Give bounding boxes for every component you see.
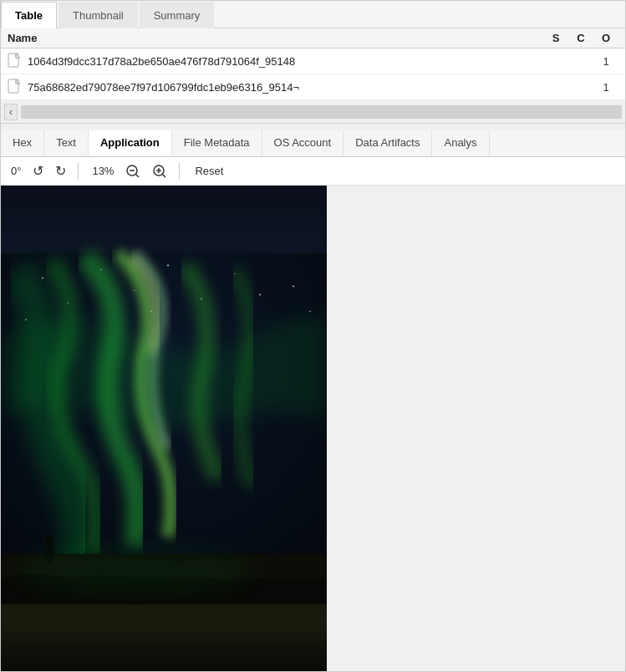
svg-point-21 [309,311,311,313]
tab-application[interactable]: Application [89,130,172,156]
reset-button[interactable]: Reset [188,163,230,179]
svg-point-14 [167,265,169,267]
scroll-area[interactable]: ‹ [1,100,625,124]
svg-point-18 [259,294,261,296]
cell-o-1: 1 [593,55,618,68]
toolbar: 0° ↺ ↻ 13% Reset [1,157,625,186]
tab-file-metadata[interactable]: File Metadata [172,130,262,156]
zoom-in-button[interactable] [149,162,170,181]
image-viewer [1,186,625,671]
rotate-left-button[interactable]: ↺ [29,161,47,181]
tab-data-artifacts[interactable]: Data Artifacts [344,130,432,156]
top-tabs: Table Thumbnail Summary [1,1,625,28]
tab-os-account[interactable]: OS Account [262,130,344,156]
svg-point-26 [46,536,53,542]
toolbar-divider-2 [179,163,180,180]
col-header-name: Name [8,32,543,44]
zoom-value: 13% [87,165,117,177]
svg-point-27 [18,546,252,596]
svg-line-6 [136,174,140,177]
file-icon [8,79,23,95]
table-section: Name S C O 1064d3f9dcc317d78a2be650ae476… [1,28,625,100]
tab-thumbnail[interactable]: Thumbnail [59,2,138,28]
right-panel [327,186,625,671]
rotation-value: 0° [8,165,24,177]
tab-table[interactable]: Table [1,2,57,28]
tab-summary[interactable]: Summary [140,2,215,28]
scroll-left-button[interactable]: ‹ [4,104,18,120]
col-header-c: C [568,32,593,44]
scroll-track[interactable] [21,105,622,119]
cell-o-2: 1 [593,81,618,94]
col-header-o: O [593,32,618,44]
svg-point-19 [134,290,135,292]
image-panel [1,186,327,671]
zoom-out-button[interactable] [122,162,144,181]
svg-point-12 [42,277,43,279]
table-row[interactable]: 1064d3f9dcc317d78a2be650ae476f78d791064f… [1,48,625,74]
tab-hex[interactable]: Hex [1,130,44,156]
toolbar-divider [78,163,79,180]
file-name-2: 75a68682ed79078ee7f97d106799fdc1eb9e6316… [28,81,543,94]
svg-point-16 [293,286,294,288]
file-name-1: 1064d3f9dcc317d78a2be650ae476f78d791064f… [28,55,543,68]
rotate-right-button[interactable]: ↻ [52,161,69,181]
col-header-s: S [543,32,568,44]
table-row[interactable]: 75a68682ed79078ee7f97d106799fdc1eb9e6316… [1,74,625,100]
table-header: Name S C O [1,28,625,48]
tab-text[interactable]: Text [44,130,89,156]
file-icon [8,53,23,69]
svg-line-10 [163,174,166,177]
aurora-image [1,186,327,671]
bottom-tabs: Hex Text Application File Metadata OS Ac… [1,130,625,157]
tab-analysis[interactable]: Analys [432,130,489,156]
main-container: Table Thumbnail Summary Name S C O 1064d… [0,0,626,672]
spacer [1,124,625,130]
